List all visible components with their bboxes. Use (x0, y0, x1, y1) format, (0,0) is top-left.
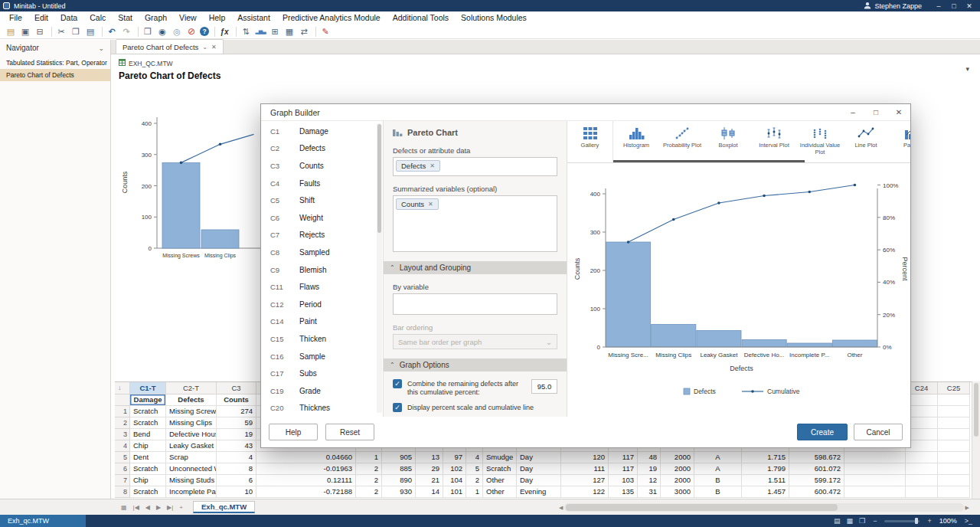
toolbar-icon[interactable]: ↷ (120, 26, 132, 38)
column-list-item[interactable]: C8 Sampled (261, 244, 383, 261)
dialog-close-button[interactable]: ✕ (887, 104, 910, 120)
row-header[interactable]: 7 (115, 475, 130, 486)
add-worksheet-icon[interactable]: + (177, 504, 185, 511)
row-header[interactable]: 5 (115, 452, 130, 463)
worksheet-cell[interactable]: Leaky Gasket (166, 440, 217, 452)
worksheet-cell[interactable]: 1.511 (742, 475, 789, 486)
column-list-scrollbar[interactable] (377, 123, 382, 413)
menu-item[interactable]: Stat (112, 11, 139, 25)
column-list-item[interactable]: C5 Shift (261, 191, 383, 209)
menu-item[interactable]: View (173, 11, 203, 25)
worksheet-cell[interactable]: Evening (517, 486, 561, 498)
close-button[interactable]: ✕ (962, 2, 977, 10)
last-worksheet-icon[interactable]: ▶| (165, 504, 175, 511)
worksheet-cell[interactable]: 0.04660 (256, 452, 356, 463)
worksheet-cell[interactable]: 97 (443, 452, 466, 463)
toolbar-icon[interactable]: ▂▅▃ (254, 26, 266, 38)
statusbar-icon[interactable]: ▦ (847, 517, 854, 525)
worksheet-cell[interactable]: Day (517, 463, 561, 475)
menu-item[interactable]: Predictive Analytics Module (276, 11, 387, 25)
column-list-item[interactable]: C16 Sample (261, 348, 383, 365)
toolbar-icon[interactable]: ⇄ (298, 26, 310, 38)
scrollbar-thumb[interactable] (974, 383, 978, 437)
scroll-right-icon[interactable]: ▶ (964, 505, 971, 511)
worksheet-cell[interactable]: 13 (416, 452, 443, 463)
by-variable-input[interactable] (393, 293, 557, 315)
worksheet-cell[interactable]: 19 (638, 463, 661, 475)
worksheet-cell[interactable]: 104 (443, 475, 466, 486)
scrollbar-track[interactable] (564, 503, 963, 512)
toolbar-icon[interactable] (313, 27, 316, 37)
prev-worksheet-icon[interactable]: ◀ (143, 504, 152, 511)
worksheet-cell[interactable]: Chip (130, 475, 166, 486)
worksheet-cell[interactable]: Missing Clips (166, 417, 217, 429)
column-list-item[interactable]: C3 Counts (261, 157, 383, 175)
column-list-item[interactable]: C7 Rejects (261, 227, 383, 244)
statusbar-icon[interactable]: ❒ (859, 517, 865, 525)
worksheet-cell[interactable]: Scratch (130, 486, 166, 498)
worksheet-cell[interactable] (938, 452, 970, 463)
worksheet-cell[interactable]: 2000 (661, 452, 694, 463)
next-worksheet-icon[interactable]: ▶ (154, 504, 163, 511)
worksheet-cell[interactable]: 127 (561, 475, 609, 486)
toolbar-icon[interactable]: ✂ (55, 26, 67, 38)
worksheet-cell[interactable]: A (694, 463, 742, 475)
worksheet-tab[interactable]: Exh_qc.MTW (193, 501, 255, 513)
toolbar-icon[interactable]: ▣ (19, 26, 31, 38)
toolbar-icon[interactable]: ◎ (171, 26, 183, 38)
worksheet-cell[interactable]: 885 (382, 463, 416, 475)
column-header[interactable]: C3 (217, 382, 256, 394)
navigator-item[interactable]: Tabulated Statistics: Part, Operator (0, 57, 110, 69)
cumulative-percent-input[interactable]: 95.0 (531, 379, 557, 394)
worksheet-cell[interactable] (906, 486, 938, 498)
worksheet-cell[interactable]: Missing Studs (166, 475, 217, 486)
row-header[interactable]: 3 (115, 429, 130, 440)
toolbar-icon[interactable] (100, 27, 103, 37)
column-list-item[interactable]: C20 Thicknes (261, 400, 383, 417)
toolbar-icon[interactable]: ◉ (156, 26, 168, 38)
worksheet-cell[interactable]: 6 (217, 475, 256, 486)
worksheet-cell[interactable]: Smudge (483, 452, 517, 463)
worksheet-cell[interactable] (844, 475, 906, 486)
horizontal-scrollbar[interactable]: ◀ ▶ (557, 502, 971, 512)
section-layout-grouping[interactable]: ⌃ Layout and Grouping (384, 261, 567, 274)
create-button[interactable]: Create (797, 424, 848, 440)
worksheet-cell[interactable]: Dent (130, 452, 166, 463)
worksheet-list-icon[interactable]: ▦ (119, 504, 129, 511)
column-list-item[interactable]: C6 Weight (261, 209, 383, 227)
toolbar-icon[interactable]: ⇅ (240, 26, 252, 38)
worksheet-cell[interactable]: Scratch (130, 406, 166, 417)
zoom-in-icon[interactable]: + (927, 517, 931, 525)
worksheet-cell[interactable]: 29 (416, 463, 443, 475)
worksheet-cell[interactable]: 2 (356, 463, 382, 475)
worksheet-cell[interactable]: Incomplete Part (166, 486, 217, 498)
worksheet-cell[interactable]: -0.72188 (256, 486, 356, 498)
column-list-item[interactable]: C17 Subs (261, 365, 383, 382)
worksheet-cell[interactable]: 2000 (661, 475, 694, 486)
gallery-item-histogram[interactable]: Histogram (613, 121, 659, 162)
navigator-collapse-icon[interactable]: ⌄ (98, 44, 104, 52)
column-list-item[interactable]: C9 Blemish (261, 261, 383, 279)
menu-item[interactable]: Solutions Modules (455, 11, 533, 25)
column-header[interactable]: C25 (938, 382, 970, 394)
worksheet-cell[interactable]: 1.799 (742, 463, 789, 475)
menu-item[interactable]: Calc (83, 11, 112, 25)
worksheet-cell[interactable]: Bend (130, 429, 166, 440)
worksheet-cell[interactable]: 601.072 (789, 463, 844, 475)
worksheet-cell[interactable]: 600.472 (789, 486, 844, 498)
gallery-item-boxplot[interactable]: Boxplot (705, 121, 751, 162)
section-graph-options[interactable]: ⌃ Graph Options (384, 358, 567, 372)
chip-remove-icon[interactable]: ✕ (428, 201, 433, 208)
worksheet-cell[interactable]: 1 (466, 486, 483, 498)
combine-defects-checkbox[interactable]: ✓ (393, 379, 402, 388)
column-list-item[interactable]: C19 Grade (261, 382, 383, 400)
worksheet-cell[interactable]: Missing Screws (166, 406, 217, 417)
worksheet-cell[interactable]: 48 (638, 452, 661, 463)
worksheet-cell[interactable] (938, 406, 970, 417)
menu-item[interactable]: Graph (139, 11, 173, 25)
dialog-maximize-button[interactable]: □ (864, 104, 887, 120)
toolbar-icon[interactable]: ? (200, 27, 209, 36)
scroll-left-icon[interactable]: ◀ (557, 505, 564, 511)
worksheet-cell[interactable] (844, 486, 906, 498)
summarized-variable-chip[interactable]: Counts ✕ (396, 198, 439, 210)
